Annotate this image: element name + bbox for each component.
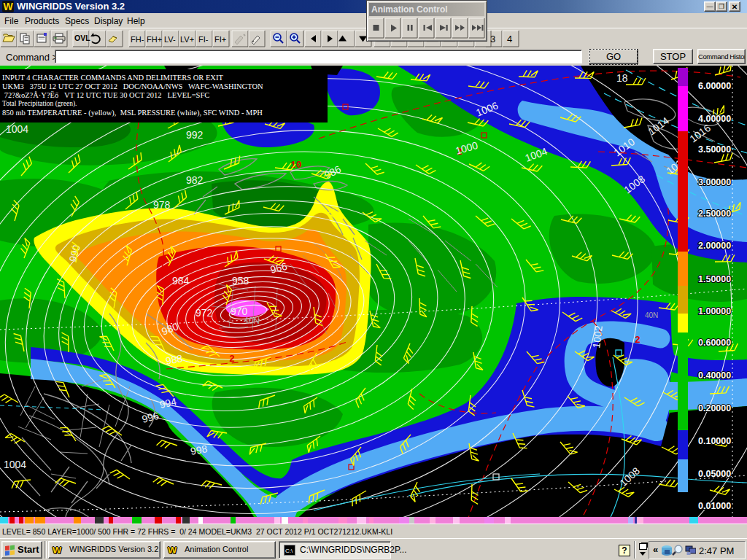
svg-text:FI-: FI-: [198, 35, 209, 44]
svg-text:984: 984: [172, 275, 190, 287]
svg-text:2.00000: 2.00000: [698, 241, 731, 251]
svg-text:0.05000: 0.05000: [698, 469, 731, 479]
svg-text:1.50000: 1.50000: [698, 274, 731, 284]
svg-text:OVL: OVL: [74, 34, 90, 42]
svg-text:978: 978: [153, 199, 171, 211]
svg-text:4.00000: 4.00000: [698, 114, 731, 124]
svg-text:4: 4: [507, 34, 512, 44]
svg-text:972: 972: [196, 307, 213, 319]
svg-text:FH-: FH-: [131, 35, 144, 44]
svg-text:FI+: FI+: [214, 35, 226, 44]
svg-text:FH+: FH+: [147, 35, 162, 44]
svg-text:1004: 1004: [6, 123, 28, 135]
svg-text:992: 992: [186, 129, 204, 141]
svg-text:1.00000: 1.00000: [698, 306, 731, 316]
svg-text:40N: 40N: [244, 316, 260, 326]
svg-text:3: 3: [490, 34, 495, 44]
svg-text:0.40000: 0.40000: [698, 370, 731, 381]
svg-text:0.20000: 0.20000: [698, 403, 731, 413]
svg-text:3.50000: 3.50000: [698, 144, 731, 155]
svg-text:6.00000: 6.00000: [698, 81, 731, 91]
svg-text:0.10000: 0.10000: [698, 436, 731, 446]
svg-text:2: 2: [635, 335, 640, 346]
svg-text:1004: 1004: [4, 459, 26, 470]
svg-text:2.50000: 2.50000: [698, 209, 731, 219]
svg-text:0.01000: 0.01000: [698, 501, 731, 511]
svg-text:958: 958: [232, 275, 249, 287]
svg-text:LV+: LV+: [180, 35, 194, 44]
svg-text:40N: 40N: [645, 311, 658, 319]
svg-text:2: 2: [229, 354, 235, 365]
svg-text:LV-: LV-: [164, 35, 176, 44]
svg-text:3.00000: 3.00000: [698, 177, 731, 187]
svg-text:0.60000: 0.60000: [698, 338, 731, 348]
svg-text:982: 982: [186, 174, 204, 186]
svg-text:18: 18: [616, 72, 628, 84]
